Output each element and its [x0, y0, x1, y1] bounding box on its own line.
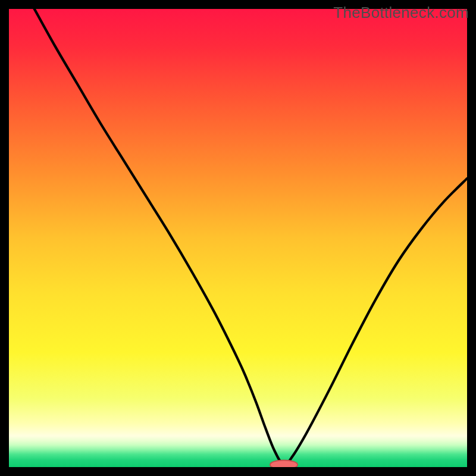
chart-frame: TheBottleneck.com: [0, 0, 476, 476]
optimum-marker: [270, 460, 298, 467]
watermark-text: TheBottleneck.com: [333, 4, 469, 22]
plot-area: [9, 9, 467, 467]
gradient-background: [9, 9, 467, 467]
chart-svg: [9, 9, 467, 467]
